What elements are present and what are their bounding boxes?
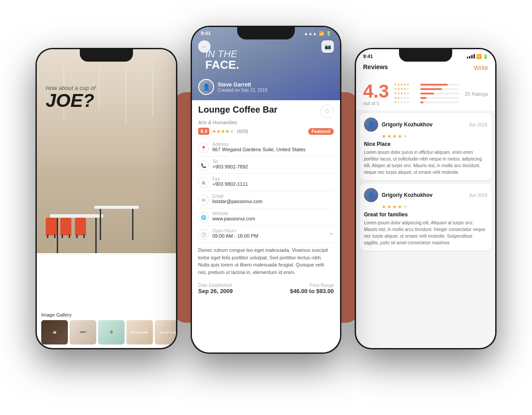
center-body[interactable]: Lounge Coffee Bar ♡ Arts & Humanities 9.… [192, 100, 340, 352]
rating-summary: 4.3 out of 5 ★★★★★ ★★★ [356, 78, 495, 110]
review-date-1: Jun 2018 [469, 122, 487, 127]
notch-right [399, 49, 452, 62]
tab-reviews[interactable]: Reviews [363, 63, 388, 72]
gallery-thumb-4[interactable]: GET SHIT DONE [126, 320, 153, 345]
bar-row-5: ★★★★★ [394, 83, 459, 86]
location-icon: 📍 [198, 143, 209, 153]
email-icon: ✉ [198, 195, 209, 205]
price-label: Price Range [290, 283, 334, 288]
right-time: 9:41 [363, 54, 373, 59]
date-value: Sep 26, 2009 [198, 288, 233, 294]
chevron-down[interactable]: ⌄ [329, 228, 334, 236]
email-label: Email [212, 194, 262, 199]
favorite-button[interactable]: ♡ [321, 105, 334, 118]
reviewer-row-1: 👤 Grigoriy Kozhukhov Jun 2018 [364, 117, 487, 132]
business-title-row: Lounge Coffee Bar ♡ [198, 105, 334, 118]
notch-left [80, 49, 133, 62]
tel-info: Tel +903 9802-7892 [212, 159, 248, 169]
featured-badge: Featured [308, 128, 334, 135]
info-row-address: 📍 Address 667 Wiegand Gardens Suite, Uni… [198, 139, 334, 157]
reviewer-avatar-1: 👤 [364, 117, 378, 132]
review-title-1: Nice Place [364, 141, 487, 147]
hours-value: 09:00 AM - 18:00 PM [212, 233, 258, 239]
big-rating-block: 4.3 out of 5 [363, 82, 389, 106]
price-range: Price Range $46.00 to $93.00 [290, 283, 334, 294]
star-rating: ★★★★★ [212, 129, 234, 134]
battery-icon: 🔋 [483, 54, 488, 59]
date-established: Date Established Sep 26, 2009 [198, 283, 233, 294]
rating-badge: 9.4 [198, 128, 209, 135]
address-value: 667 Wiegand Gardens Suite, United States [212, 147, 305, 152]
phone-icon: 📞 [198, 160, 209, 171]
rating-row: 9.4 ★★★★★ (609) Featured [198, 128, 334, 135]
address-info: Address 667 Wiegand Gardens Suite, Unite… [212, 142, 305, 152]
reviewer-name-1: Grigoriy Kozhukhov [382, 121, 466, 128]
phone-right: 9:41 🛜 🔋 Reviews W [355, 48, 497, 349]
review-body-1: Lorem ipsum dolor purus in efficitur ali… [364, 149, 487, 176]
big-rating-number: 4.3 [363, 82, 389, 101]
bar-stars-1: ★★★★★ [394, 101, 419, 104]
bar-stars-5: ★★★★★ [394, 83, 419, 86]
wifi-icon: 🛜 [476, 54, 481, 59]
gallery-thumb-1[interactable]: ☕ [41, 320, 68, 345]
author-avatar: 👤 [198, 79, 214, 95]
review-stars-1: ★★★★★ [382, 133, 487, 139]
fax-icon: 🖷 [198, 177, 209, 188]
info-row-tel: 📞 Tel +903 9802-7892 [198, 157, 334, 174]
gallery-thumb-5[interactable]: GET SHIT DONE [155, 320, 176, 345]
header-text: IN THE FACE. [205, 49, 327, 70]
photo-icon[interactable]: 📷 [321, 40, 334, 53]
author-info: Steve Garrett Created on Sep 15, 2019 [218, 82, 267, 93]
review-card-1: 👤 Grigoriy Kozhukhov Jun 2018 ★★★★★ Nice… [360, 113, 492, 180]
gallery-thumbs: ☕ JOE? 🪴 GET SHIT DONE GET SHIT DONE [41, 320, 172, 345]
reviewer-name-2: Grigoriy Kozhukhov [382, 192, 466, 198]
gallery-thumb-3[interactable]: 🪴 [98, 320, 125, 345]
business-name: Lounge Coffee Bar [198, 105, 278, 115]
tel-value: +903 9802-7892 [212, 164, 248, 169]
author-row: 👤 Steve Garrett Created on Sep 15, 2019 [198, 79, 267, 95]
email-value: liststar@passionui.com [212, 199, 262, 204]
tab-write[interactable]: Write [474, 64, 488, 71]
gallery-label: Image Gallery [41, 312, 172, 317]
website-info: Website www.passionui.com [212, 211, 255, 221]
right-phone-content: 9:41 🛜 🔋 Reviews W [356, 49, 495, 348]
date-label: Date Established [198, 283, 233, 288]
hero-title: JOE? [46, 91, 167, 110]
bar-row-3: ★★★★★ [394, 92, 459, 95]
review-date-2: Jun 2018 [469, 193, 487, 198]
right-status-icons: 🛜 🔋 [467, 54, 488, 59]
globe-icon: 🌐 [198, 212, 209, 223]
review-stars-2: ★★★★★ [382, 204, 487, 210]
author-date: Created on Sep 15, 2019 [218, 88, 267, 93]
review-title-2: Great for families [364, 211, 487, 218]
price-value: $46.00 to $93.00 [290, 288, 334, 294]
notch-center [237, 27, 295, 39]
gallery-thumb-2[interactable]: JOE? [70, 320, 96, 345]
info-row-hours: 🕐 Open Hours 09:00 AM - 18:00 PM ⌄ [198, 226, 334, 243]
bar-row-1: ★★★★★ [394, 101, 459, 104]
author-name: Steve Garrett [218, 82, 267, 88]
center-phone-content: 9:41 ▲▲▲ 📶 🔋 ← 📷 IN THE FACE. [192, 27, 340, 352]
fax-value: +903 9802-1111 [212, 181, 248, 187]
center-status-icons: ▲▲▲ 📶 🔋 [304, 31, 331, 36]
bar-stars-2: ★★★★★ [394, 96, 419, 100]
center-time: 9:41 [201, 31, 211, 36]
review-tabs: Reviews Write [356, 61, 495, 78]
clock-icon: 🕐 [198, 229, 209, 240]
left-phone-content: How about a cup of JOE? Image Gallery ☕ … [37, 49, 176, 348]
info-row-fax: 🖷 Fax +903 9802-1111 [198, 174, 334, 191]
hero-text-overlay: How about a cup of JOE? [46, 85, 167, 110]
reviewer-row-2: 👤 Grigoriy Kozhukhov Jun 2018 [364, 188, 487, 202]
rating-count: (609) [237, 129, 248, 134]
phones-container: How about a cup of JOE? Image Gallery ☕ … [22, 12, 510, 403]
tel-label: Tel [212, 159, 248, 164]
info-row-website: 🌐 Website www.passionui.com [198, 208, 334, 226]
review-card-2: 👤 Grigoriy Kozhukhov Jun 2018 ★★★★★ Grea… [360, 184, 492, 251]
website-label: Website [212, 211, 255, 216]
back-button[interactable]: ← [198, 40, 211, 53]
bar-stars-4: ★★★★★ [394, 87, 419, 91]
review-body-2: Lorem ipsum dolor adipiscing elit. Aliqu… [364, 219, 487, 246]
business-category: Arts & Humanities [198, 120, 334, 125]
bar-stars-3: ★★★★★ [394, 92, 419, 95]
hours-label: Open Hours [212, 228, 258, 233]
